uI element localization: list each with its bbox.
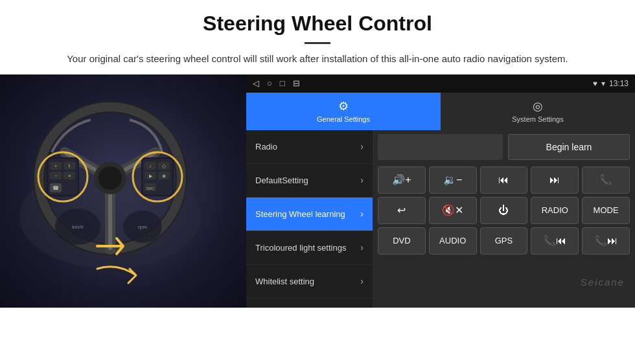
tel-next-button[interactable]: 📞⏭ [582, 227, 630, 255]
gps-label: GPS [495, 236, 513, 245]
menu-item-default-label: DefaultSetting [255, 176, 360, 185]
arrow-annotation [84, 256, 162, 295]
hangup-button[interactable]: ↩ [378, 197, 426, 224]
radio-button[interactable]: RADIO [531, 197, 579, 224]
svg-text:☎: ☎ [52, 185, 59, 191]
right-control-panel: Begin learn 🔊+ 🔉− [373, 130, 635, 308]
menu-item-tricoloured-label: Tricoloured light settings [255, 243, 360, 253]
svg-text:SRC: SRC [146, 187, 155, 190]
left-menu: Radio › DefaultSetting › Steering Wheel … [246, 130, 373, 308]
hangup-icon: ↩ [397, 204, 406, 216]
menu-item-steering-wheel[interactable]: Steering Wheel learning › [246, 198, 373, 231]
menu-item-steering-label: Steering Wheel learning [255, 209, 360, 219]
button-row-2: ↩ 🔇✕ ⏻ RADIO MO [378, 197, 630, 224]
status-bar-nav-icons: ◁ ○ □ ⊟ [253, 78, 300, 88]
svg-text:≡: ≡ [68, 174, 71, 178]
phone-button[interactable]: 📞 [582, 166, 630, 194]
mode-label: MODE [594, 205, 619, 215]
menu-item-tricoloured[interactable]: Tricoloured light settings › [246, 231, 373, 265]
svg-text:−: − [54, 174, 57, 178]
radio-label: RADIO [542, 205, 568, 215]
home-icon[interactable]: ○ [267, 78, 272, 88]
tel-prev-button[interactable]: 📞⏮ [531, 227, 579, 255]
system-settings-icon: ◎ [533, 99, 543, 113]
tab-system-settings[interactable]: ◎ System Settings [441, 93, 635, 130]
vol-up-button[interactable]: 🔊+ [378, 166, 426, 194]
next-track-icon: ⏭ [549, 174, 560, 186]
vol-up-icon: 🔊+ [392, 174, 411, 186]
status-bar: ◁ ○ □ ⊟ ♥ ▾ 13:13 [246, 74, 635, 93]
status-bar-right: ♥ ▾ 13:13 [593, 79, 629, 88]
top-tabs: ⚙ General Settings ◎ System Settings [246, 93, 635, 130]
car-image-bg: + − ☎ ⇑ ≡ ♪ ▶ SRC [0, 74, 246, 308]
phone-icon: 📞 [599, 174, 612, 186]
svg-text:km/h: km/h [72, 224, 83, 230]
svg-text:◇: ◇ [162, 163, 167, 169]
steering-wheel-svg: + − ☎ ⇑ ≡ ♪ ▶ SRC [13, 87, 207, 282]
chevron-right-icon: › [360, 209, 364, 219]
subtitle-text: Your original car's steering wheel contr… [39, 52, 596, 67]
signal-icon: ▾ [601, 79, 605, 88]
recent-icon[interactable]: □ [280, 78, 285, 88]
menu-item-whitelist[interactable]: Whitelist setting › [246, 265, 373, 299]
menu-item-radio[interactable]: Radio › [246, 130, 373, 164]
svg-text:♪: ♪ [149, 164, 152, 168]
power-button[interactable]: ⏻ [480, 197, 528, 224]
header-section: Steering Wheel Control Your original car… [0, 0, 635, 74]
prev-track-button[interactable]: ⏮ [480, 166, 528, 194]
mode-button[interactable]: MODE [582, 197, 630, 224]
status-time: 13:13 [609, 79, 629, 88]
menu-item-radio-label: Radio [255, 142, 360, 152]
begin-learn-button[interactable]: Begin learn [508, 134, 630, 160]
android-panel: ◁ ○ □ ⊟ ♥ ▾ 13:13 ⚙ General Settings [246, 74, 635, 308]
mute-icon: 🔇✕ [442, 204, 463, 216]
back-icon[interactable]: ◁ [253, 78, 259, 88]
chevron-right-icon: › [360, 276, 364, 286]
menu-icon[interactable]: ⊟ [293, 78, 300, 88]
svg-text:⇑: ⇑ [67, 164, 71, 168]
chevron-right-icon: › [360, 242, 364, 253]
vol-down-button[interactable]: 🔉− [429, 166, 477, 194]
svg-text:+: + [54, 164, 57, 168]
tel-prev-icon: 📞⏮ [543, 234, 566, 247]
tel-next-icon: 📞⏭ [594, 234, 618, 247]
watermark-area: Seicane [373, 257, 635, 308]
gps-button[interactable]: GPS [480, 227, 528, 255]
page-title: Steering Wheel Control [39, 12, 596, 36]
dvd-label: DVD [393, 236, 410, 245]
tab-system-label: System Settings [512, 115, 563, 123]
svg-point-4 [98, 166, 122, 190]
button-row-1: 🔊+ 🔉− ⏮ ⏭ 📞 [378, 166, 630, 194]
power-icon: ⏻ [498, 205, 509, 216]
audio-label: AUDIO [439, 236, 466, 245]
page-wrapper: Steering Wheel Control Your original car… [0, 0, 635, 308]
button-row-3: DVD AUDIO GPS 📞⏮ [378, 227, 630, 255]
title-divider [305, 42, 330, 44]
next-track-button[interactable]: ⏭ [531, 166, 579, 194]
mute-button[interactable]: 🔇✕ [429, 197, 477, 224]
svg-text:◈: ◈ [162, 173, 167, 179]
vol-down-icon: 🔉− [443, 174, 462, 186]
main-body: Radio › DefaultSetting › Steering Wheel … [246, 130, 635, 308]
menu-item-default-setting[interactable]: DefaultSetting › [246, 164, 373, 198]
tab-general-label: General Settings [317, 115, 370, 123]
seicane-watermark: Seicane [581, 277, 625, 288]
svg-text:rpm: rpm [138, 224, 147, 230]
prev-track-icon: ⏮ [498, 174, 509, 186]
menu-item-whitelist-label: Whitelist setting [255, 277, 360, 286]
chevron-right-icon: › [360, 175, 364, 185]
chevron-right-icon: › [360, 141, 364, 152]
begin-learn-empty-space [378, 134, 503, 160]
car-image-section: + − ☎ ⇑ ≡ ♪ ▶ SRC [0, 74, 246, 308]
dvd-button[interactable]: DVD [378, 227, 426, 255]
begin-learn-row: Begin learn [373, 130, 635, 164]
button-grid: 🔊+ 🔉− ⏮ ⏭ 📞 [373, 164, 635, 257]
location-icon: ♥ [593, 79, 597, 88]
tab-general-settings[interactable]: ⚙ General Settings [246, 93, 441, 130]
general-settings-icon: ⚙ [338, 99, 349, 113]
audio-button[interactable]: AUDIO [429, 227, 477, 255]
content-area: + − ☎ ⇑ ≡ ♪ ▶ SRC [0, 74, 635, 308]
